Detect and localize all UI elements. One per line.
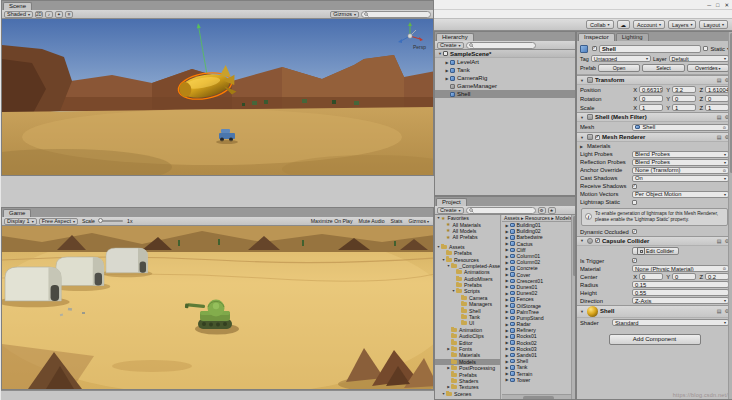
window-minimize-button[interactable]: ─ — [707, 2, 711, 8]
tab-game[interactable]: Game — [3, 209, 31, 217]
object-picker-icon[interactable]: ⊙ — [723, 168, 726, 173]
foldout-open-icon[interactable]: ▼ — [580, 309, 585, 314]
docs-icon[interactable]: ▤ — [717, 114, 722, 120]
project-create-button[interactable]: Create▾ — [437, 207, 464, 214]
persp-label[interactable]: Persp — [413, 44, 426, 50]
mute-audio-toggle[interactable]: Mute Audio — [357, 218, 387, 224]
foldout-open-icon[interactable]: ▼ — [580, 135, 585, 140]
is-trigger-checkbox[interactable]: ✓ — [632, 258, 637, 263]
cast-shadows-dropdown[interactable]: On▾ — [632, 175, 729, 182]
prefab-overrides-button[interactable]: Overrides▾ — [687, 64, 729, 72]
static-checkbox[interactable] — [703, 46, 708, 51]
tag-dropdown[interactable]: Untagged▾ — [591, 55, 651, 62]
hierarchy-item-shell[interactable]: Shell — [435, 90, 575, 98]
direction-dropdown[interactable]: Z-Axis▾ — [632, 297, 729, 304]
caret-down-icon[interactable]: ▾ — [724, 152, 726, 157]
scene-audio-toggle[interactable]: ♪ — [45, 11, 53, 18]
hierarchy-item-camerarig[interactable]: ▶CameraRig — [435, 74, 575, 82]
light-probes-dropdown[interactable]: Blend Probes▾ — [632, 151, 729, 158]
mesh-renderer-header[interactable]: ▼ ✓ Mesh Renderer ▤⚙ — [577, 132, 732, 142]
caret-down-icon[interactable]: ▾ — [724, 176, 726, 181]
project-vertical-scrollbar[interactable] — [571, 215, 575, 399]
anchor-override-field[interactable]: None (Transform)⊙ — [632, 167, 729, 174]
component-enabled-checkbox[interactable]: ✓ — [595, 238, 600, 243]
scrollbar-thumb[interactable] — [523, 396, 554, 400]
collab-button[interactable]: Collab▾ — [586, 20, 614, 29]
tab-scene[interactable]: Scene — [3, 2, 32, 10]
account-button[interactable]: Account▾ — [633, 20, 665, 29]
hierarchy-search-input[interactable] — [466, 42, 536, 49]
project-horizontal-scrollbar[interactable] — [502, 394, 571, 399]
physic-material-field[interactable]: None (Physic Material)⊙ — [632, 265, 729, 272]
docs-icon[interactable]: ▤ — [717, 238, 722, 244]
foldout-open-icon[interactable]: ▼ — [580, 78, 585, 83]
object-picker-icon[interactable]: ⊙ — [723, 266, 726, 271]
project-folder-scenes[interactable]: ▼Scenes — [435, 391, 500, 397]
hierarchy-item-gamemanager[interactable]: GameManager — [435, 82, 575, 90]
hierarchy-create-button[interactable]: Create▾ — [437, 42, 464, 49]
stats-toggle[interactable]: Stats — [389, 218, 405, 224]
cloud-button[interactable]: ☁ — [617, 20, 631, 29]
rotation-x-field[interactable]: 0 — [639, 95, 663, 102]
window-close-button[interactable]: ✕ — [724, 2, 729, 8]
prefab-open-button[interactable]: Open — [598, 64, 640, 72]
position-z-field[interactable]: 1.610044 — [705, 86, 729, 93]
position-x-field[interactable]: 0.663194 — [639, 86, 663, 93]
component-enabled-checkbox[interactable]: ✓ — [595, 135, 600, 140]
foldout-closed-icon[interactable]: ▶ — [580, 144, 585, 149]
scale-z-field[interactable]: 1 — [705, 104, 729, 111]
tab-project[interactable]: Project — [436, 198, 467, 206]
active-checkbox[interactable]: ✓ — [592, 46, 597, 51]
scene-gizmos-dropdown[interactable]: Gizmos▾ — [330, 11, 359, 18]
gameobject-name-field[interactable]: Shell — [599, 45, 701, 53]
project-settings-icon[interactable]: ⚙ — [538, 207, 546, 214]
scale-x-field[interactable]: 1 — [639, 104, 663, 111]
center-x-field[interactable]: 0 — [639, 273, 663, 280]
material-preview-sphere[interactable] — [587, 306, 598, 317]
display-dropdown[interactable]: Display 1▾ — [4, 218, 37, 225]
prefab-select-button[interactable]: Select — [642, 64, 684, 72]
hierarchy-item-samplescene[interactable]: ▼SampleScene* — [435, 50, 575, 58]
rotation-y-field[interactable]: 0 — [672, 95, 696, 102]
project-search-input[interactable] — [466, 207, 536, 214]
scrollbar-thumb[interactable] — [573, 216, 576, 276]
radius-field[interactable]: 0.15 — [632, 281, 729, 288]
dynamic-occluded-checkbox[interactable]: ✓ — [632, 229, 637, 234]
caret-down-icon[interactable]: ▾ — [724, 160, 726, 165]
material-header[interactable]: ▼ Shell ▤⚙ — [577, 305, 732, 318]
lightmap-static-checkbox[interactable] — [632, 200, 637, 205]
materials-foldout[interactable]: Materials — [587, 143, 611, 149]
shader-dropdown[interactable]: Standard▾ — [612, 319, 729, 326]
shading-mode-dropdown[interactable]: Shaded▾ — [4, 11, 33, 18]
object-picker-icon[interactable]: ⊙ — [723, 125, 726, 130]
maximize-on-play-toggle[interactable]: Maximize On Play — [309, 218, 355, 224]
center-z-field[interactable]: 0.2 — [705, 273, 729, 280]
position-y-field[interactable]: 3.2 — [672, 86, 696, 93]
scale-slider-thumb[interactable] — [98, 218, 103, 223]
inspector-scrollbar[interactable] — [728, 32, 732, 399]
asset-tower[interactable]: ▶Tower — [502, 377, 575, 383]
scene-effects-dropdown[interactable]: ✦ — [55, 11, 63, 18]
tab-lighting[interactable]: Lighting — [616, 33, 649, 41]
aspect-dropdown[interactable]: Free Aspect▾ — [39, 218, 78, 225]
foldout-open-icon[interactable]: ▼ — [580, 238, 585, 243]
layout-button[interactable]: Layout▾ — [699, 20, 728, 29]
tab-inspector[interactable]: Inspector — [578, 33, 615, 41]
center-y-field[interactable]: 0 — [672, 273, 696, 280]
mesh-object-field[interactable]: Shell⊙ — [632, 124, 729, 131]
add-component-button[interactable]: Add Component — [609, 334, 701, 345]
foldout-open-icon[interactable]: ▼ — [580, 115, 585, 120]
receive-shadows-checkbox[interactable]: ✓ — [632, 184, 637, 189]
height-field[interactable]: 0.55 — [632, 289, 729, 296]
gizmo-visibility-toggle[interactable]: ≡ — [65, 11, 73, 18]
scale-y-field[interactable]: 1 — [672, 104, 696, 111]
project-folder-all-prefabs[interactable]: ★All Prefabs — [435, 234, 500, 240]
reflection-probes-dropdown[interactable]: Blend Probes▾ — [632, 159, 729, 166]
hierarchy-item-tank[interactable]: ▶Tank — [435, 66, 575, 74]
window-maximize-button[interactable]: □ — [716, 2, 719, 8]
docs-icon[interactable]: ▤ — [717, 77, 722, 83]
project-breadcrumb[interactable]: Assets ▸ Resources ▸ Models — [502, 215, 575, 222]
layer-dropdown[interactable]: Default▾ — [669, 55, 729, 62]
docs-icon[interactable]: ▤ — [717, 308, 722, 314]
2d-toggle[interactable]: 2D — [35, 11, 43, 18]
